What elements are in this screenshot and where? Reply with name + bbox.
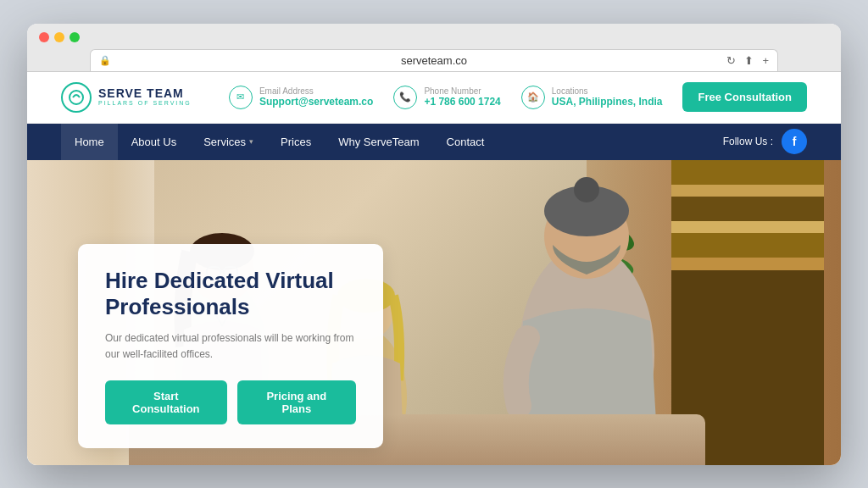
logo-sub-text: PILLARS OF SERVING xyxy=(98,100,192,107)
nav-follow-area: Follow Us : f xyxy=(723,129,807,154)
nav-item-home[interactable]: Home xyxy=(61,124,118,160)
email-info: Email Address Support@serveteam.co xyxy=(259,86,373,108)
phone-label: Phone Number xyxy=(424,86,500,96)
hero-description: Our dedicated virtual professionals will… xyxy=(105,330,356,363)
share-icon[interactable]: ⬆ xyxy=(744,54,754,67)
close-dot[interactable] xyxy=(39,32,49,42)
svg-point-0 xyxy=(70,91,83,104)
phone-value: +1 786 600 1724 xyxy=(424,96,500,108)
new-tab-icon[interactable]: + xyxy=(762,54,769,67)
phone-icon: 📞 xyxy=(393,86,417,109)
phone-info: Phone Number +1 786 600 1724 xyxy=(424,86,500,108)
phone-contact-item: 📞 Phone Number +1 786 600 1724 xyxy=(393,86,500,109)
browser-controls xyxy=(39,32,829,42)
site-header: SERVE TEAM PILLARS OF SERVING ✉ Email Ad… xyxy=(27,72,841,124)
free-consultation-button[interactable]: Free Consultation xyxy=(682,82,807,112)
email-value: Support@serveteam.co xyxy=(259,96,373,108)
website-content: SERVE TEAM PILLARS OF SERVING ✉ Email Ad… xyxy=(27,72,841,465)
follow-label: Follow Us : xyxy=(723,136,773,147)
facebook-button[interactable]: f xyxy=(782,129,807,154)
services-chevron-icon: ▾ xyxy=(249,137,253,146)
hero-buttons: Start Consultation Pricing and Plans xyxy=(105,380,356,424)
url-display: serveteam.co xyxy=(401,54,467,67)
email-label: Email Address xyxy=(259,86,373,96)
logo-main-text: SERVE TEAM xyxy=(98,87,192,100)
lock-icon: 🔒 xyxy=(99,55,111,66)
location-value: USA, Philippines, India xyxy=(552,96,663,108)
hero-card: Hire Dedicated Virtual Professionals Our… xyxy=(78,244,383,448)
start-consultation-button[interactable]: Start Consultation xyxy=(105,380,227,424)
browser-window: 🔒 serveteam.co ↻ ⬆ + S xyxy=(27,24,841,465)
logo-area: SERVE TEAM PILLARS OF SERVING xyxy=(61,82,192,113)
lock-icon-area: 🔒 xyxy=(99,55,111,66)
bookshelf-bg xyxy=(587,160,841,465)
fullscreen-dot[interactable] xyxy=(70,32,80,42)
hero-section: Hire Dedicated Virtual Professionals Our… xyxy=(27,160,841,465)
location-label: Locations xyxy=(552,86,663,96)
email-contact-item: ✉ Email Address Support@serveteam.co xyxy=(229,86,373,109)
email-icon: ✉ xyxy=(229,86,253,109)
header-contact: ✉ Email Address Support@serveteam.co 📞 P… xyxy=(229,82,807,112)
refresh-icon[interactable]: ↻ xyxy=(726,54,736,67)
address-bar[interactable]: 🔒 serveteam.co ↻ ⬆ + xyxy=(90,49,778,71)
location-contact-item: 🏠 Locations USA, Philippines, India xyxy=(521,86,663,109)
nav-links: Home About Us Services ▾ Prices Why Serv… xyxy=(61,124,498,160)
pricing-plans-button[interactable]: Pricing and Plans xyxy=(237,380,356,424)
bookshelf-detail xyxy=(671,160,824,465)
site-nav: Home About Us Services ▾ Prices Why Serv… xyxy=(27,124,841,160)
nav-item-prices[interactable]: Prices xyxy=(267,124,325,160)
hero-title: Hire Dedicated Virtual Professionals xyxy=(105,268,356,320)
nav-item-contact[interactable]: Contact xyxy=(433,124,498,160)
minimize-dot[interactable] xyxy=(54,32,64,42)
nav-item-services[interactable]: Services ▾ xyxy=(190,124,267,160)
nav-item-about[interactable]: About Us xyxy=(118,124,190,160)
logo-icon xyxy=(61,82,92,113)
logo-text-area: SERVE TEAM PILLARS OF SERVING xyxy=(98,87,192,107)
browser-chrome: 🔒 serveteam.co ↻ ⬆ + xyxy=(27,24,841,72)
nav-item-whyserveteam[interactable]: Why ServeTeam xyxy=(325,124,432,160)
location-info: Locations USA, Philippines, India xyxy=(552,86,663,108)
location-icon: 🏠 xyxy=(521,86,545,109)
browser-action-icons: ↻ ⬆ + xyxy=(726,54,769,67)
